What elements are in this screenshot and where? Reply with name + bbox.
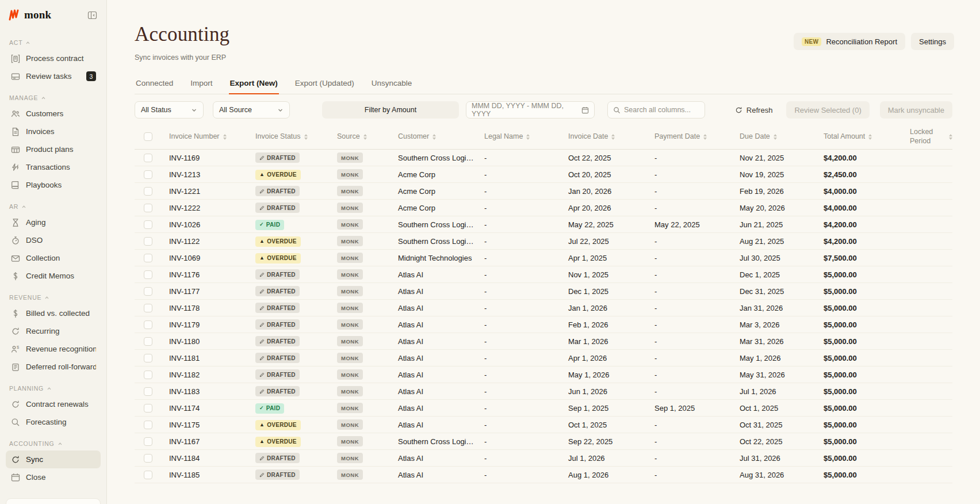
tab-export-updated[interactable]: Export (Updated) bbox=[294, 79, 355, 94]
row-checkbox[interactable] bbox=[144, 421, 152, 429]
column-header-customer[interactable]: Customer bbox=[390, 130, 476, 145]
table-row[interactable]: INV-1185DRAFTEDMONKAtlas AI-Aug 1, 2026-… bbox=[135, 467, 952, 483]
sidebar-section-label[interactable]: Act bbox=[6, 35, 101, 49]
customer-cell: Atlas AI bbox=[390, 270, 476, 279]
column-header-locked-period[interactable]: Locked Period bbox=[902, 125, 952, 149]
payment-date-cell: - bbox=[646, 421, 732, 429]
sidebar-item-recurring[interactable]: Recurring bbox=[6, 322, 101, 340]
sidebar-section-manage: ManageCustomersInvoicesProduct plansTran… bbox=[6, 90, 101, 194]
sidebar-section-label[interactable]: Planning bbox=[6, 380, 101, 395]
column-header-payment-date[interactable]: Payment Date bbox=[646, 130, 732, 145]
table-row[interactable]: INV-1174✓PAIDMONKAtlas AI-Sep 1, 2025Sep… bbox=[135, 400, 952, 417]
table-row[interactable]: INV-1221DRAFTEDMONKAcme Corp-Jan 20, 202… bbox=[135, 183, 952, 200]
table-row[interactable]: INV-1069▲OVERDUEMONKMidnight Technologie… bbox=[135, 250, 952, 266]
sidebar-section-label[interactable]: AR bbox=[6, 198, 101, 213]
row-checkbox[interactable] bbox=[144, 404, 152, 413]
sidebar-section-label[interactable]: Revenue bbox=[6, 289, 101, 304]
sidebar-collapse-icon[interactable] bbox=[86, 9, 98, 21]
table-row[interactable]: INV-1026✓PAIDMONKSouthern Cross Logist..… bbox=[135, 216, 952, 233]
sidebar-item-product-plans[interactable]: Product plans bbox=[6, 140, 101, 158]
sidebar-item-credit-memos[interactable]: Credit Memos bbox=[6, 267, 101, 285]
row-checkbox[interactable] bbox=[144, 187, 152, 196]
tab-import[interactable]: Import bbox=[189, 79, 213, 94]
review-selected-button[interactable]: Review Selected (0) bbox=[786, 101, 869, 119]
row-checkbox[interactable] bbox=[144, 170, 152, 179]
table-row[interactable]: INV-1179DRAFTEDMONKAtlas AI-Feb 1, 2026-… bbox=[135, 316, 952, 333]
invoice-date-cell: Apr 20, 2026 bbox=[560, 204, 646, 212]
sidebar-item-billed-vs-collected[interactable]: Billed vs. collected bbox=[6, 304, 101, 322]
row-checkbox[interactable] bbox=[144, 454, 152, 463]
column-header-source[interactable]: Source bbox=[329, 130, 390, 145]
row-checkbox[interactable] bbox=[144, 154, 152, 162]
table-row[interactable]: INV-1180DRAFTEDMONKAtlas AI-Mar 1, 2026-… bbox=[135, 333, 952, 350]
close-icon bbox=[10, 472, 20, 482]
sidebar-item-review-tasks[interactable]: Review tasks3 bbox=[6, 67, 101, 85]
sidebar-section-label[interactable]: Manage bbox=[6, 90, 101, 105]
column-header-due-date[interactable]: Due Date bbox=[732, 130, 816, 145]
column-header-invoice-date[interactable]: Invoice Date bbox=[560, 130, 646, 145]
table-row[interactable]: INV-1184DRAFTEDMONKAtlas AI-Jul 1, 2026-… bbox=[135, 450, 952, 467]
table-row[interactable]: INV-1181DRAFTEDMONKAtlas AI-Apr 1, 2026-… bbox=[135, 350, 952, 366]
row-checkbox[interactable] bbox=[144, 437, 152, 446]
table-row[interactable]: INV-1182DRAFTEDMONKAtlas AI-May 1, 2026-… bbox=[135, 366, 952, 383]
row-checkbox[interactable] bbox=[144, 387, 152, 396]
tab-export-new[interactable]: Export (New) bbox=[229, 79, 279, 94]
row-checkbox[interactable] bbox=[144, 371, 152, 379]
row-checkbox[interactable] bbox=[144, 254, 152, 262]
column-header-invoice-number[interactable]: Invoice Number bbox=[161, 130, 247, 145]
sidebar-item-invoices[interactable]: Invoices bbox=[6, 123, 101, 140]
tab-connected[interactable]: Connected bbox=[135, 79, 174, 94]
sidebar-item-collection[interactable]: Collection bbox=[6, 249, 101, 267]
tab-unsyncable[interactable]: Unsyncable bbox=[370, 79, 414, 94]
refresh-button[interactable]: Refresh bbox=[732, 106, 776, 114]
sidebar-item-playbooks[interactable]: Playbooks bbox=[6, 176, 101, 194]
table-row[interactable]: INV-1178DRAFTEDMONKAtlas AI-Jan 1, 2026-… bbox=[135, 300, 952, 316]
column-header-legal-name[interactable]: Legal Name bbox=[476, 130, 560, 145]
table-row[interactable]: INV-1175▲OVERDUEMONKAtlas AI-Oct 1, 2025… bbox=[135, 417, 952, 433]
column-header-invoice-status[interactable]: Invoice Status bbox=[247, 130, 329, 145]
search-input[interactable] bbox=[624, 106, 699, 114]
status-filter-select[interactable]: All Status bbox=[135, 101, 204, 119]
filter-by-amount-button[interactable]: Filter by Amount bbox=[322, 101, 459, 119]
table-row[interactable]: INV-1167▲OVERDUEMONKSouthern Cross Logis… bbox=[135, 433, 952, 450]
sidebar-item-forecasting[interactable]: Forecasting bbox=[6, 413, 101, 431]
sidebar-item-label: Billed vs. collected bbox=[26, 309, 96, 318]
row-checkbox[interactable] bbox=[144, 204, 152, 212]
row-checkbox[interactable] bbox=[144, 320, 152, 329]
sidebar-item-aging[interactable]: Aging bbox=[6, 213, 101, 231]
row-checkbox[interactable] bbox=[144, 337, 152, 346]
table-row[interactable]: INV-1183DRAFTEDMONKAtlas AI-Jun 1, 2026-… bbox=[135, 383, 952, 400]
sidebar-item-deferred-roll-forward[interactable]: Deferred roll-forward bbox=[6, 358, 101, 376]
settings-button[interactable]: Settings bbox=[911, 33, 954, 50]
sidebar-item-contract-renewals[interactable]: Contract renewals bbox=[6, 395, 101, 413]
row-checkbox[interactable] bbox=[144, 354, 152, 362]
row-checkbox[interactable] bbox=[144, 220, 152, 229]
date-range-input[interactable]: MMM DD, YYYY - MMM DD, YYYY bbox=[466, 101, 595, 119]
row-checkbox[interactable] bbox=[144, 237, 152, 246]
select-all-checkbox[interactable] bbox=[144, 132, 152, 141]
table-row[interactable]: INV-1177DRAFTEDMONKAtlas AI-Dec 1, 2025-… bbox=[135, 283, 952, 300]
table-row[interactable]: INV-1169DRAFTEDMONKSouthern Cross Logist… bbox=[135, 150, 952, 166]
sidebar-item-dso[interactable]: DSO bbox=[6, 231, 101, 249]
sidebar-item-sync[interactable]: Sync bbox=[6, 450, 101, 468]
sidebar-item-transactions[interactable]: Transactions bbox=[6, 158, 101, 176]
table-row[interactable]: INV-1122▲OVERDUEMONKSouthern Cross Logis… bbox=[135, 233, 952, 250]
row-checkbox[interactable] bbox=[144, 270, 152, 279]
table-row[interactable]: INV-1222DRAFTEDMONKAcme Corp-Apr 20, 202… bbox=[135, 200, 952, 216]
column-header-total-amount[interactable]: Total Amount bbox=[816, 130, 902, 145]
sidebar-item-revenue-recognition[interactable]: $Revenue recognition bbox=[6, 340, 101, 358]
source-filter-select[interactable]: All Source bbox=[213, 101, 290, 119]
sidebar-item-customers[interactable]: Customers bbox=[6, 105, 101, 123]
row-checkbox[interactable] bbox=[144, 471, 152, 479]
table-row[interactable]: INV-1176DRAFTEDMONKAtlas AI-Nov 1, 2025-… bbox=[135, 266, 952, 283]
sidebar-bottom-card[interactable] bbox=[6, 498, 101, 504]
row-checkbox[interactable] bbox=[144, 304, 152, 312]
due-date-cell: Jul 1, 2026 bbox=[732, 387, 816, 396]
sidebar-section-label[interactable]: Accounting bbox=[6, 436, 101, 450]
reconciliation-report-button[interactable]: NEW Reconciliation Report bbox=[794, 33, 905, 50]
sidebar-item-process-contract[interactable]: Process contract bbox=[6, 49, 101, 67]
row-checkbox[interactable] bbox=[144, 287, 152, 296]
mark-unsyncable-button[interactable]: Mark unsyncable bbox=[880, 101, 952, 119]
sidebar-item-close[interactable]: Close bbox=[6, 468, 101, 486]
table-row[interactable]: INV-1213▲OVERDUEMONKAcme Corp-Oct 20, 20… bbox=[135, 166, 952, 183]
